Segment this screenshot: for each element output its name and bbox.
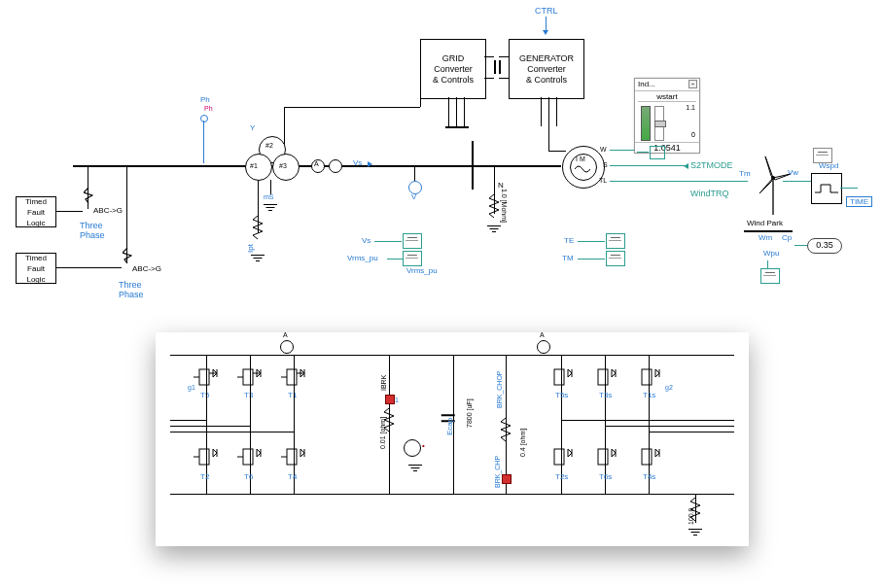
vs-label: Vs	[353, 158, 362, 167]
wire	[610, 181, 726, 182]
vrms-out-label: Vrms_pu	[406, 266, 438, 275]
svg-rect-29	[554, 369, 564, 385]
wpu-label: Wpu	[763, 249, 779, 258]
gauge-panel[interactable]: Ind... - wstart 1.1 0 1.0541	[634, 78, 700, 154]
igbt	[237, 367, 265, 393]
svg-marker-42	[612, 449, 616, 457]
adc-block	[650, 146, 665, 159]
svg-marker-45	[655, 449, 659, 457]
three-label: Three	[80, 221, 103, 230]
gauge-field-label: wstart	[638, 92, 696, 102]
text: & Controls	[510, 75, 583, 86]
igbt	[592, 447, 619, 472]
constant-cp: 0.35	[807, 238, 842, 254]
wire	[840, 188, 858, 189]
plot-icon[interactable]	[403, 233, 422, 249]
subcircuit-panel[interactable]	[156, 332, 749, 546]
wire	[548, 151, 566, 152]
gauge-slider[interactable]	[654, 106, 664, 141]
plot-icon[interactable]	[606, 251, 625, 266]
v-label: V	[411, 192, 416, 201]
wire	[767, 260, 768, 268]
svg-marker-39	[568, 449, 572, 457]
t-label: T3	[244, 391, 253, 399]
wire	[541, 97, 542, 126]
wire	[270, 180, 271, 194]
wire	[499, 56, 509, 57]
igbt	[592, 367, 619, 393]
t-label: T6s	[599, 472, 612, 481]
wire	[374, 241, 402, 242]
arrow-down-icon	[543, 30, 548, 35]
brkchp-label: BRK_CHP	[494, 456, 501, 488]
a-label: A	[540, 331, 545, 338]
grid-converter-block[interactable]: GRID Converter & Controls	[420, 39, 486, 99]
plot-icon[interactable]	[813, 148, 832, 163]
resistor-icon	[501, 418, 511, 445]
svg-rect-7	[243, 369, 253, 385]
breaker-icon[interactable]	[385, 395, 395, 404]
t-label: T5s	[555, 391, 568, 399]
timed-fault-logic-2[interactable]: Timed Fault Logic	[16, 253, 56, 284]
arrow-left-icon	[684, 163, 688, 169]
fault-icon	[84, 188, 93, 205]
plot-icon[interactable]	[403, 251, 422, 266]
wire	[484, 56, 494, 57]
wire	[203, 121, 204, 163]
phase-label: Phase	[80, 230, 105, 240]
breaker-icon[interactable]	[502, 474, 512, 484]
svg-marker-36	[655, 369, 659, 377]
im-label: I M	[576, 156, 585, 162]
wire	[448, 97, 449, 126]
wire	[610, 165, 686, 166]
minimize-button[interactable]: -	[688, 80, 697, 88]
plot-icon[interactable]	[760, 268, 780, 284]
plot-icon[interactable]	[606, 233, 625, 249]
abc-g-label: ABC->G	[93, 206, 123, 215]
wire	[548, 97, 549, 126]
ph-label-2: Ph	[204, 105, 213, 112]
ground-icon	[264, 204, 277, 212]
y-label: Y	[250, 123, 255, 132]
timed-fault-logic-1[interactable]: Timed Fault Logic	[16, 196, 56, 227]
a-label: A	[314, 160, 319, 167]
brkchop-label: BRK_CHOP	[496, 370, 503, 408]
g-label: g1	[188, 384, 195, 391]
t-label: T1s	[643, 391, 655, 399]
generator-converter-block[interactable]: GENERATOR Converter & Controls	[509, 39, 584, 99]
wire	[556, 97, 557, 126]
ph-label: Ph	[200, 95, 210, 104]
svg-rect-35	[642, 369, 652, 385]
svg-rect-44	[642, 449, 652, 465]
diagram-canvas: CTRL GRID Converter & Controls GENERATOR…	[0, 0, 882, 588]
igbt	[548, 367, 576, 393]
svg-rect-12	[287, 369, 297, 385]
ctrl-label: CTRL	[535, 6, 558, 16]
source-icon	[404, 439, 421, 457]
t-label: T4s	[643, 472, 655, 481]
ground-icon	[487, 225, 501, 233]
dc-rail-bot	[170, 494, 734, 495]
wire	[610, 150, 637, 151]
r04-label: 0.4 [ohm]	[519, 429, 526, 457]
one-label: 1	[395, 397, 399, 403]
text: Converter	[510, 64, 583, 75]
svg-rect-2	[199, 369, 209, 385]
t-label: T1	[288, 391, 297, 399]
igbt	[237, 447, 265, 472]
wire	[649, 432, 734, 432]
tm-tag: TM	[562, 254, 574, 262]
text: Converter	[421, 64, 485, 75]
wind-speed-block[interactable]	[811, 173, 842, 204]
src-dot: •	[422, 441, 425, 450]
wire	[55, 267, 122, 268]
wire	[474, 165, 561, 167]
a-label: A	[283, 331, 288, 338]
tm-label: Tm	[739, 169, 751, 178]
ground-icon	[251, 255, 265, 262]
svg-marker-23	[257, 449, 261, 457]
w-port-label: W	[600, 146, 607, 153]
wind-turbine-icon	[754, 151, 793, 221]
wire	[605, 426, 734, 427]
svg-rect-38	[554, 449, 564, 465]
